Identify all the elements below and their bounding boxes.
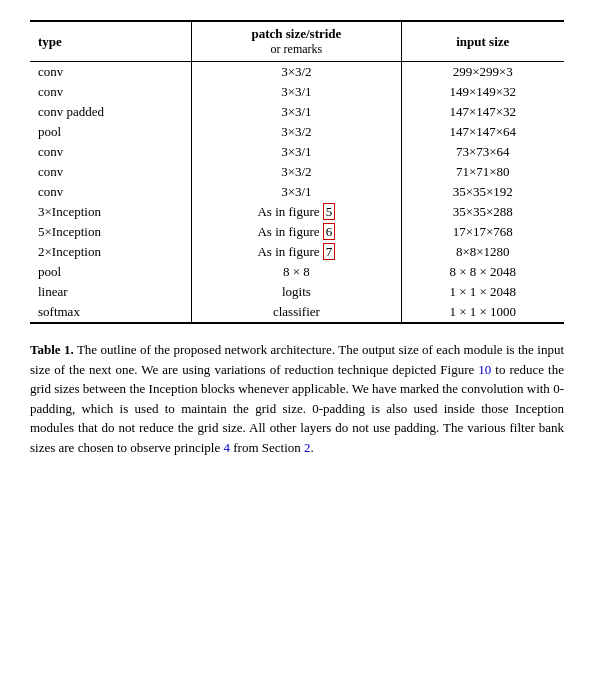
table-row: conv3×3/173×73×64	[30, 142, 564, 162]
table-row: conv3×3/1149×149×32	[30, 82, 564, 102]
table-row: conv3×3/271×71×80	[30, 162, 564, 182]
cell-input: 8 × 8 × 2048	[401, 262, 564, 282]
cell-input: 35×35×192	[401, 182, 564, 202]
cell-type: linear	[30, 282, 192, 302]
cell-type: conv	[30, 82, 192, 102]
cell-type: softmax	[30, 302, 192, 323]
cell-patch: 3×3/1	[192, 182, 401, 202]
cell-patch: As in figure 7	[192, 242, 401, 262]
architecture-table: type patch size/stride or remarks input …	[30, 20, 564, 324]
col-type-header: type	[30, 21, 192, 62]
cell-type: conv	[30, 182, 192, 202]
cell-input: 35×35×288	[401, 202, 564, 222]
cell-type: conv padded	[30, 102, 192, 122]
cell-patch: 3×3/2	[192, 122, 401, 142]
cell-input: 71×71×80	[401, 162, 564, 182]
cell-input: 8×8×1280	[401, 242, 564, 262]
cell-input: 1 × 1 × 2048	[401, 282, 564, 302]
cell-type: conv	[30, 162, 192, 182]
cell-input: 1 × 1 × 1000	[401, 302, 564, 323]
cell-patch: 3×3/2	[192, 162, 401, 182]
cell-patch: classifier	[192, 302, 401, 323]
cell-type: 3×Inception	[30, 202, 192, 222]
cell-input: 147×147×32	[401, 102, 564, 122]
table-row: conv3×3/135×35×192	[30, 182, 564, 202]
cell-patch: 3×3/1	[192, 142, 401, 162]
cell-type: conv	[30, 142, 192, 162]
table-row: conv3×3/2299×299×3	[30, 62, 564, 83]
caption-text4: .	[311, 440, 314, 455]
ref-10-link[interactable]: 10	[478, 362, 491, 377]
cell-type: 2×Inception	[30, 242, 192, 262]
table-row: 3×InceptionAs in figure 535×35×288	[30, 202, 564, 222]
caption-text3: from Section	[230, 440, 304, 455]
cell-type: 5×Inception	[30, 222, 192, 242]
table-row: conv padded3×3/1147×147×32	[30, 102, 564, 122]
cell-patch: As in figure 6	[192, 222, 401, 242]
cell-patch: 8 × 8	[192, 262, 401, 282]
cell-input: 147×147×64	[401, 122, 564, 142]
cell-patch: logits	[192, 282, 401, 302]
cell-type: pool	[30, 122, 192, 142]
cell-patch: 3×3/1	[192, 102, 401, 122]
table-caption: Table 1. The outline of the proposed net…	[30, 340, 564, 457]
cell-input: 17×17×768	[401, 222, 564, 242]
caption-label: Table 1.	[30, 342, 74, 357]
cell-input: 299×299×3	[401, 62, 564, 83]
cell-type: pool	[30, 262, 192, 282]
cell-input: 73×73×64	[401, 142, 564, 162]
cell-input: 149×149×32	[401, 82, 564, 102]
table-row: 2×InceptionAs in figure 78×8×1280	[30, 242, 564, 262]
table-row: linearlogits1 × 1 × 2048	[30, 282, 564, 302]
table-row: pool8 × 88 × 8 × 2048	[30, 262, 564, 282]
col-patch-header: patch size/stride or remarks	[192, 21, 401, 62]
cell-type: conv	[30, 62, 192, 83]
cell-patch: 3×3/1	[192, 82, 401, 102]
table-row: softmaxclassifier1 × 1 × 1000	[30, 302, 564, 323]
cell-patch: As in figure 5	[192, 202, 401, 222]
table-row: 5×InceptionAs in figure 617×17×768	[30, 222, 564, 242]
col-input-header: input size	[401, 21, 564, 62]
cell-patch: 3×3/2	[192, 62, 401, 83]
table-row: pool3×3/2147×147×64	[30, 122, 564, 142]
